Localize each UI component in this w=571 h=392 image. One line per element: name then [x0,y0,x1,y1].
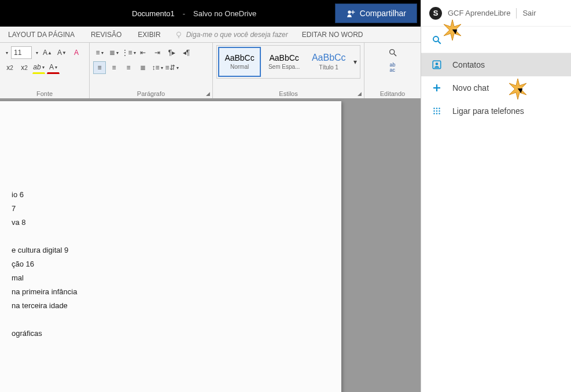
increase-indent-icon[interactable]: ⇥ [151,46,164,59]
find-icon[interactable] [386,46,399,59]
style-heading1[interactable]: AaBbCc Título 1 [307,47,350,77]
grow-font-icon[interactable]: A▲ [41,46,54,59]
tell-me-search[interactable]: Diga-me o que você deseja fazer [169,31,294,39]
share-label: Compartilhar [360,9,406,18]
align-right-icon[interactable]: ≡ [122,61,135,74]
doc-line: na terceira idade [12,299,324,313]
font-family-dropdown[interactable] [3,46,9,59]
group-label-editing: Editando [364,90,421,97]
svg-point-23 [389,50,394,54]
bullets-icon[interactable]: ≡ [93,46,106,59]
skype-panel: S GCF AprendeLibre Sair Contatos Novo ch… [421,0,571,392]
group-label-font: Fonte [0,90,89,97]
shrink-font-icon[interactable]: A▼ [56,46,68,59]
doc-line: io 6 [12,188,324,202]
panel-search[interactable] [421,27,571,53]
panel-item-contacts[interactable]: Contatos [421,53,571,76]
svg-point-20 [176,32,180,36]
styles-launcher-icon[interactable]: ◢ [358,91,362,97]
doc-line: va 8 [12,216,324,230]
multilevel-list-icon[interactable]: ⋮≡ [122,46,135,59]
svg-point-3 [436,62,439,65]
panel-item-newchat[interactable]: Novo chat [421,76,571,99]
ribbon-tabs: LAYOUT DA PÁGINA REVISÃO EXIBIR Diga-me … [0,27,421,43]
share-button[interactable]: Compartilhar [335,3,417,23]
style-sample: AaBbCc [269,54,299,62]
style-name: Sem Espa... [268,64,300,70]
document-page[interactable]: io 6 7 va 8 e cultura digital 9 ção 16 m… [0,101,341,392]
doc-line: e cultura digital 9 [12,243,324,257]
panel-item-callphones[interactable]: Ligar para telefones [421,99,571,123]
doc-line: 7 [12,202,324,216]
svg-point-12 [433,113,434,114]
svg-point-10 [436,110,437,112]
superscript-icon[interactable]: x2 [18,61,31,74]
svg-point-13 [436,113,437,114]
saved-indicator: Salvo no OneDrive [193,9,256,18]
svg-point-7 [436,108,437,109]
style-normal[interactable]: AaBbCc Normal [218,47,261,77]
svg-point-0 [433,36,439,42]
group-paragraph: ≡ ≣ ⋮≡ ⇤ ⇥ ¶▸ ◂¶ ≡ ≡ ≡ ≣ ↕≡ ≡⇵ Parágrafo… [90,43,213,98]
paragraph-launcher-icon[interactable]: ◢ [206,91,210,97]
ltr-text-icon[interactable]: ¶▸ [165,46,178,59]
align-center-icon[interactable]: ≡ [108,61,120,74]
svg-point-6 [433,108,434,109]
svg-line-24 [394,54,396,56]
share-icon [346,9,355,18]
svg-point-9 [433,110,434,112]
styles-expand-icon[interactable]: ▾ [352,47,359,77]
style-no-spacing[interactable]: AaBbCc Sem Espa... [263,47,305,77]
font-size-dropdown[interactable] [34,46,39,59]
tab-review[interactable]: REVISÃO [83,27,130,42]
signout-link[interactable]: Sair [522,9,536,17]
svg-point-11 [439,110,440,112]
group-editing: abac Editando [364,43,421,98]
subscript-icon[interactable]: x2 [3,61,16,74]
style-sample: AaBbCc [312,53,346,62]
svg-point-14 [439,113,440,114]
style-sample: AaBbCc [224,54,254,62]
numbering-icon[interactable]: ≣ [108,46,120,59]
group-label-paragraph: Parágrafo [90,90,212,97]
tab-page-layout[interactable]: LAYOUT DA PÁGINA [0,27,83,42]
dialpad-icon [432,106,442,116]
contacts-label: Contatos [452,60,485,69]
style-name: Normal [230,64,249,70]
svg-point-17 [348,10,351,13]
callphones-label: Ligar para telefones [452,106,524,116]
group-label-styles: Estilos [213,90,364,97]
document-title: Documento1 [132,9,175,18]
line-spacing-icon[interactable]: ↕≡ [151,61,164,74]
rtl-text-icon[interactable]: ◂¶ [180,46,193,59]
doc-line: ção 16 [12,257,324,271]
search-icon [432,35,442,45]
decrease-indent-icon[interactable]: ⇤ [137,46,149,59]
align-left-icon[interactable]: ≡ [93,61,106,74]
panel-titlebar: S GCF AprendeLibre Sair [421,0,571,27]
highlight-color-icon[interactable]: ab [32,61,45,74]
clear-formatting-icon[interactable]: A [70,46,83,59]
plus-icon [432,83,442,93]
divider-icon [516,8,517,19]
doc-line: na primeira infância [12,285,324,299]
contacts-icon [432,60,442,70]
group-font: A▲ A▼ A x2 x2 ab A Fonte [0,43,90,98]
group-styles: AaBbCc Normal AaBbCc Sem Espa... AaBbCc … [213,43,364,98]
title-separator: - [183,9,185,18]
font-size-input[interactable] [11,46,32,59]
doc-line: mal [12,271,324,285]
svg-point-8 [439,108,440,109]
tell-me-placeholder: Diga-me o que você deseja fazer [186,31,288,39]
doc-line: ográficas [12,327,324,341]
tab-view[interactable]: EXIBIR [130,27,168,42]
svg-line-1 [438,41,441,44]
style-name: Título 1 [319,64,338,71]
replace-icon[interactable]: abac [386,61,399,74]
lightbulb-icon [175,31,183,39]
justify-icon[interactable]: ≣ [137,61,149,74]
font-color-icon[interactable]: A [47,61,60,74]
paragraph-spacing-icon[interactable]: ≡⇵ [165,61,178,74]
skype-icon[interactable]: S [429,7,442,20]
edit-in-word-button[interactable]: EDITAR NO WORD [294,27,371,42]
